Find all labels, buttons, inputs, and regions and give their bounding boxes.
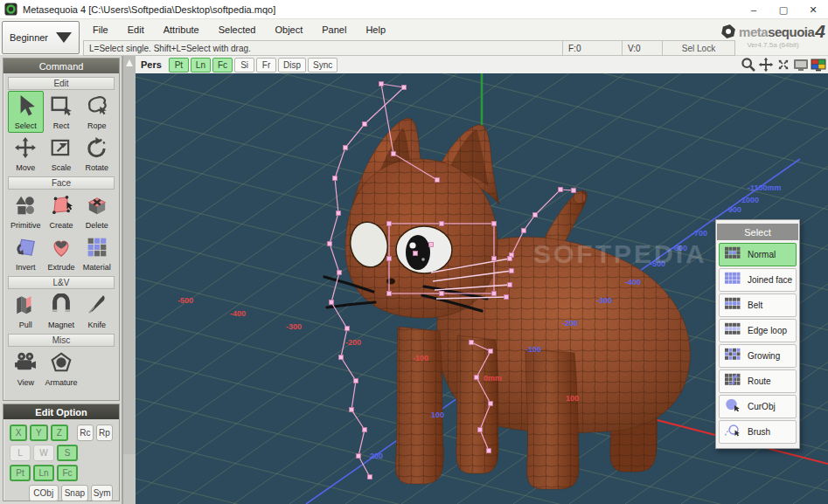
edit-option-cobj-toggle[interactable]: CObj — [29, 485, 59, 501]
select-mode-edge-loop[interactable]: Edge loop — [719, 319, 797, 342]
pan-icon[interactable] — [758, 57, 774, 72]
menu-panel[interactable]: Panel — [312, 21, 356, 38]
toggle-sync[interactable]: Sync — [308, 58, 337, 72]
toggle-ln[interactable]: Ln — [191, 58, 211, 72]
svg-text:-100: -100 — [413, 354, 428, 362]
tool-extrude-button[interactable]: Extrude — [44, 232, 80, 274]
svg-text:-1100mm: -1100mm — [748, 183, 782, 192]
tool-create-button[interactable]: Create — [44, 190, 80, 232]
toggle-pt[interactable]: Pt — [169, 58, 189, 72]
window-title: Metasequoia 4 [C:\Users\Softpedia\Deskto… — [23, 4, 275, 15]
select-mode-label: Growing — [748, 351, 780, 361]
menu-object[interactable]: Object — [265, 21, 312, 38]
select-mode-curobj[interactable]: CurObj — [719, 395, 797, 418]
edit-option-pt-toggle[interactable]: Pt — [10, 465, 31, 481]
pull-icon — [14, 293, 37, 320]
select-mode-normal[interactable]: Normal — [719, 243, 797, 266]
select-mode-label: Brush — [748, 427, 770, 437]
edit-option-l-toggle[interactable]: L — [10, 445, 31, 461]
svg-text:-600: -600 — [671, 244, 687, 252]
edit-option-rp-toggle[interactable]: Rp — [96, 425, 113, 441]
magnifier-icon[interactable] — [741, 57, 756, 72]
tool-material-button[interactable]: Material — [79, 232, 115, 274]
close-button[interactable]: ✕ — [798, 0, 828, 19]
svg-text:100: 100 — [566, 394, 579, 403]
tool-label: Rect — [53, 121, 70, 130]
tool-label: Primitive — [10, 221, 41, 230]
splitter-collapse-icon[interactable] — [126, 59, 133, 66]
edit-option-x-toggle[interactable]: X — [10, 425, 27, 441]
tool-label: Invert — [16, 263, 36, 272]
tool-rotate-button[interactable]: Rotate — [79, 133, 115, 175]
single-view-icon[interactable] — [793, 57, 809, 72]
edit-option-w-toggle[interactable]: W — [33, 445, 54, 461]
tool-pull-button[interactable]: Pull — [8, 290, 44, 332]
edit-option-snap-toggle[interactable]: Snap — [61, 485, 89, 501]
menu-selected[interactable]: Selected — [209, 21, 266, 38]
orbit-icon[interactable] — [776, 57, 791, 72]
minimize-button[interactable]: – — [739, 0, 769, 19]
select-mode-route[interactable]: Route — [719, 369, 797, 393]
tool-label: Material — [83, 263, 111, 272]
mode-selector-dropdown[interactable]: Beginner — [2, 21, 80, 54]
vertex-count: V:0 — [622, 40, 663, 56]
toggle-fc[interactable]: Fc — [212, 58, 233, 72]
select-mode-growing[interactable]: Growing — [719, 344, 797, 368]
tool-rect-button[interactable]: Rect — [44, 91, 80, 133]
select-mode-brush[interactable]: Brush — [719, 420, 797, 444]
tool-delete-button[interactable]: Delete — [79, 190, 115, 232]
grid-edgeloop-icon — [724, 322, 741, 339]
sidebar-splitter[interactable] — [122, 56, 136, 504]
curobj-icon — [724, 398, 741, 415]
edit-option-z-toggle[interactable]: Z — [51, 425, 68, 441]
toggle-disp[interactable]: Disp — [278, 58, 306, 72]
menu-bar: FileEditAttributeSelectedObjectPanelHelp — [0, 19, 828, 40]
menu-attribute[interactable]: Attribute — [154, 21, 209, 38]
svg-text:200: 200 — [370, 452, 383, 460]
knife-icon — [86, 293, 108, 320]
brand-meta: meta — [739, 24, 768, 39]
tool-rope-button[interactable]: Rope — [79, 91, 115, 133]
mode-selector-value: Beginner — [10, 32, 56, 43]
tool-armature-button[interactable]: Armature — [44, 348, 80, 390]
select-mode-joined-face[interactable]: Joined face — [719, 268, 797, 292]
command-panel: Command EditSelectRectRopeMoveScaleRotat… — [3, 58, 120, 401]
toggle-si[interactable]: Si — [234, 58, 254, 72]
tool-move-button[interactable]: Move — [8, 133, 44, 175]
tool-view-button[interactable]: View — [8, 348, 44, 390]
edit-option-y-toggle[interactable]: Y — [30, 425, 47, 441]
metasequoia-window: Metasequoia 4 [C:\Users\Softpedia\Deskto… — [0, 0, 828, 504]
tool-select-button[interactable]: Select — [8, 91, 44, 133]
edit-option-ln-toggle[interactable]: Ln — [33, 465, 54, 481]
primitive-icon — [14, 194, 37, 220]
svg-text:-500: -500 — [650, 259, 665, 268]
tool-knife-button[interactable]: Knife — [79, 290, 115, 332]
delete-face-icon — [86, 194, 108, 220]
toggle-fr[interactable]: Fr — [256, 58, 276, 72]
tool-scale-button[interactable]: Scale — [44, 133, 80, 175]
edit-option-fc-toggle[interactable]: Fc — [57, 465, 78, 481]
menu-edit[interactable]: Edit — [118, 21, 154, 38]
tool-primitive-button[interactable]: Primitive — [8, 190, 44, 232]
status-bar: L=Select single. Shift+L=Select with dra… — [0, 40, 828, 56]
menu-file[interactable]: File — [83, 21, 118, 38]
select-mode-belt[interactable]: Belt — [719, 293, 797, 317]
edit-option-s-toggle[interactable]: S — [57, 445, 78, 461]
scale-icon — [50, 136, 73, 162]
edit-option-sym-toggle[interactable]: Sym — [91, 485, 113, 501]
create-face-icon — [50, 194, 73, 220]
quad-view-icon[interactable] — [811, 57, 826, 72]
svg-text:-300: -300 — [286, 322, 302, 331]
section-title-misc: Misc — [8, 334, 115, 347]
menu-help[interactable]: Help — [356, 21, 395, 38]
edit-option-rc-toggle[interactable]: Rc — [77, 425, 94, 441]
tool-magnet-button[interactable]: Magnet — [44, 290, 80, 332]
maximize-button[interactable]: ▢ — [769, 0, 798, 19]
tool-invert-button[interactable]: Invert — [8, 232, 44, 274]
viewport-canvas[interactable]: -500-400-300-200-1000mm100-1100mm-1000-9… — [136, 73, 828, 504]
rope-select-icon — [86, 94, 108, 121]
select-panel-title: Select — [717, 224, 798, 240]
section-title-lv: L&V — [8, 276, 115, 289]
grid-normal-icon — [724, 246, 741, 263]
command-panel-title: Command — [3, 59, 119, 73]
